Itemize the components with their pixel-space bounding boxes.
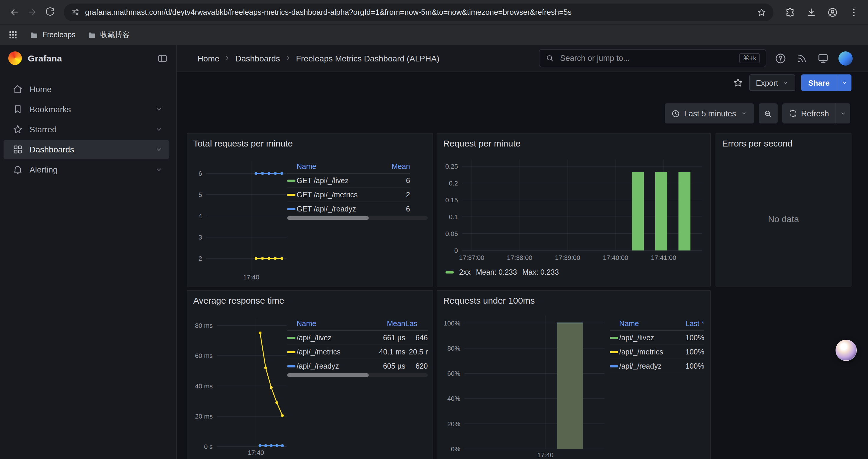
legend-scrollbar[interactable] [287, 216, 428, 220]
chevron-down-icon[interactable] [155, 105, 163, 113]
export-button[interactable]: Export [749, 74, 795, 91]
sidebar-item-bookmarks[interactable]: Bookmarks [4, 100, 169, 119]
apps-grid-icon[interactable] [8, 30, 18, 40]
browser-menu-button[interactable] [845, 4, 862, 21]
panel-title[interactable]: Request per minute [437, 133, 710, 148]
svg-text:80%: 80% [447, 345, 460, 352]
legend-scrollbar[interactable] [287, 373, 428, 377]
breadcrumb-item[interactable]: Dashboards [236, 54, 280, 63]
panel-title[interactable]: Total requests per minute [187, 133, 433, 148]
app-header: HomeDashboardsFreeleaps Metrics Dashboar… [177, 45, 868, 72]
legend-header[interactable]: Last * [676, 317, 704, 331]
total-requests-chart[interactable]: 2345617:40 [191, 155, 291, 282]
home-icon [12, 84, 23, 95]
legend-value: 6 [383, 202, 410, 216]
svg-text:6: 6 [198, 170, 202, 177]
search-icon [546, 54, 554, 63]
legend-series-name[interactable]: /api/_/metrics [619, 345, 676, 359]
sidebar-item-label: Bookmarks [30, 104, 71, 114]
no-data-message: No data [716, 151, 851, 286]
legend-header[interactable]: Mean [372, 317, 405, 331]
url-text[interactable]: grafana.mathmast.com/d/deytv4rwavabkb/fr… [85, 8, 752, 17]
average-response-time-chart[interactable]: 0 s20 ms40 ms60 ms80 ms17:40 [191, 312, 291, 457]
back-button[interactable] [6, 4, 23, 21]
legend-series-name[interactable]: /api/_/readyz [297, 359, 372, 373]
folder-icon [30, 30, 38, 39]
request-per-minute-chart[interactable]: 00.050.10.150.20.2517:37:0017:38:0017:39… [441, 155, 707, 262]
panel-title[interactable]: Errors per second [716, 133, 851, 148]
legend-series-name[interactable]: /api/_/readyz [619, 359, 676, 373]
screen: grafana.mathmast.com/d/deytv4rwavabkb/fr… [0, 0, 868, 459]
reload-button[interactable] [41, 4, 58, 21]
legend-header[interactable]: Name [297, 160, 383, 174]
bookmark-star-icon[interactable] [757, 7, 766, 17]
profile-button[interactable] [824, 4, 841, 21]
time-range-label: Last 5 minutes [684, 109, 736, 118]
user-avatar[interactable] [838, 51, 852, 65]
breadcrumb: HomeDashboardsFreeleaps Metrics Dashboar… [197, 54, 439, 63]
legend-series-name[interactable]: GET /api/_/metrics [297, 188, 383, 202]
svg-text:0: 0 [454, 247, 458, 254]
legend-header[interactable]: Mean [383, 160, 410, 174]
legend-series-name[interactable]: GET /api/_/readyz [297, 202, 383, 216]
legend-series-name[interactable]: /api/_/livez [619, 331, 676, 345]
chevron-down-icon[interactable] [155, 165, 163, 174]
svg-text:40 ms: 40 ms [195, 383, 213, 390]
breadcrumb-item[interactable]: Freeleaps Metrics Dashboard (ALPHA) [296, 54, 440, 63]
sidebar-item-alerting[interactable]: Alerting [4, 160, 169, 179]
legend-series-name[interactable]: /api/_/livez [297, 331, 372, 345]
sidebar-collapse-icon[interactable] [157, 53, 168, 64]
search-box[interactable]: ⌘+k [539, 49, 766, 67]
share-menu-caret[interactable] [837, 74, 851, 91]
time-range-picker[interactable]: Last 5 minutes [665, 103, 754, 124]
panel-title[interactable]: Requests under 100ms [437, 291, 710, 305]
url-bar[interactable]: grafana.mathmast.com/d/deytv4rwavabkb/fr… [64, 3, 773, 21]
bookmark-item[interactable]: Freeleaps [30, 30, 75, 39]
series-color-dash [287, 179, 296, 182]
grafana-logo[interactable] [8, 52, 22, 65]
legend-value: 620 [405, 359, 428, 373]
svg-text:60 ms: 60 ms [195, 352, 213, 359]
sidebar-item-dashboards[interactable]: Dashboards [4, 140, 169, 159]
svg-text:17:40: 17:40 [248, 449, 264, 456]
requests-under-100ms-chart[interactable]: 0%20%40%60%80%100%17:40 [441, 312, 609, 459]
news-rss-icon[interactable] [796, 52, 808, 64]
svg-text:0%: 0% [451, 446, 460, 453]
chevron-down-icon [782, 79, 789, 86]
sidebar-item-starred[interactable]: Starred [4, 120, 169, 139]
legend-series-name[interactable]: 2xx [459, 268, 471, 276]
zoom-out-icon [764, 109, 772, 118]
kebab-menu-icon [848, 7, 859, 18]
extensions-puzzle-icon [785, 7, 795, 18]
chevron-down-icon[interactable] [155, 145, 163, 154]
extensions-button[interactable] [782, 4, 798, 21]
legend-inline[interactable]: 2xx Mean: 0.233 Max: 0.233 [445, 268, 559, 276]
zoom-out-button[interactable] [758, 103, 777, 124]
sidebar-item-home[interactable]: Home [4, 80, 169, 99]
bookmark-item[interactable]: 收藏博客 [87, 30, 130, 40]
svg-text:4: 4 [198, 212, 202, 220]
site-settings-icon[interactable] [71, 8, 80, 17]
series-color-dash [610, 336, 618, 339]
breadcrumb-item[interactable]: Home [197, 54, 219, 63]
search-input[interactable] [559, 53, 735, 63]
share-button[interactable]: Share [801, 74, 851, 91]
bookmark-label: Freeleaps [42, 31, 75, 39]
refresh-button[interactable]: Refresh [782, 103, 850, 124]
forward-button[interactable] [24, 4, 40, 21]
downloads-button[interactable] [803, 4, 819, 21]
help-icon[interactable] [775, 52, 786, 64]
panel-title[interactable]: Average response time [187, 291, 433, 305]
refresh-interval-caret[interactable] [836, 103, 850, 124]
chevron-down-icon[interactable] [155, 125, 163, 133]
floating-assistant-avatar[interactable] [836, 340, 857, 361]
monitor-icon[interactable] [817, 52, 829, 64]
series-color-dash [287, 365, 296, 367]
svg-text:2: 2 [198, 255, 202, 262]
legend-header[interactable]: Name [619, 317, 676, 331]
legend-series-name[interactable]: /api/_/metrics [297, 345, 372, 359]
legend-series-name[interactable]: GET /api/_/livez [297, 174, 383, 188]
legend-header[interactable]: Las [405, 317, 428, 331]
legend-header[interactable]: Name [297, 317, 372, 331]
favorite-star-icon[interactable] [733, 77, 744, 88]
